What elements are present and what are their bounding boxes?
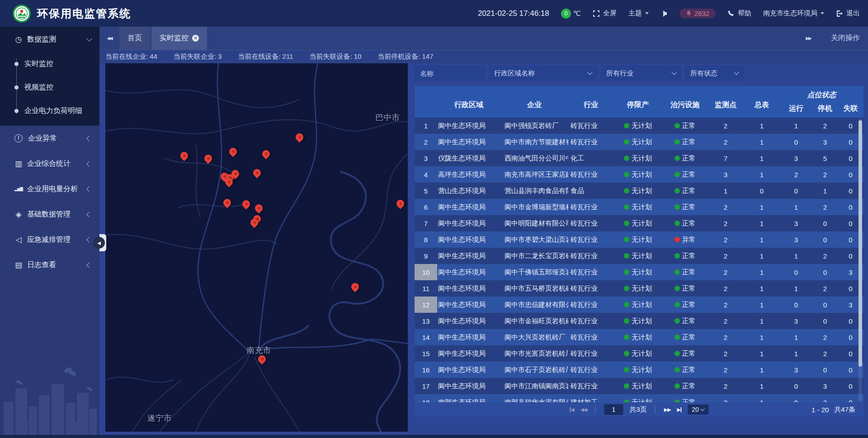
logout-button[interactable]: 退出 [836, 9, 860, 18]
table-row[interactable]: 16 阆中生态环境局 阆中市石子页岩机砖厂 砖瓦行业 无计划 正常 2 1 3 … [415, 362, 863, 378]
page-number-input[interactable] [604, 404, 623, 415]
sidebar-collapse-button[interactable]: ◀ [99, 234, 106, 251]
org-menu[interactable]: 南充市生态环境局 [763, 9, 824, 18]
chevron-left-icon [86, 212, 92, 217]
row-number: 5 [415, 183, 437, 199]
sidebar-group-基础数据管理[interactable]: ◈基础数据管理 [0, 202, 99, 227]
sidebar-group-企业异常[interactable]: !企业异常 [0, 126, 99, 151]
cell-company: 阆中市枣碧大梁山页岩 [500, 231, 568, 248]
stat-当前停机设备: 当前停机设备:147 [377, 52, 433, 61]
cell-stop-plan: 无计划 [613, 362, 662, 378]
volume-button[interactable] [660, 10, 668, 17]
column-header-企业: 企业 [500, 86, 568, 118]
table-row[interactable]: 3 仪陇生态环境局 西南油气田分公司川中 化工 无计划 正常 7 1 3 5 0 [415, 150, 863, 166]
industry-select[interactable]: 所有行业 [601, 66, 681, 81]
cell-running: 3 [780, 231, 812, 248]
next-page-button[interactable]: ▶▶ [664, 407, 671, 413]
cell-meters: 1 [744, 231, 780, 248]
cell-running: 1 [780, 345, 812, 362]
page-size-select[interactable]: 20 [688, 405, 708, 414]
region-select[interactable]: 行政区域名称 [489, 66, 597, 81]
sidebar-group-label: 基础数据管理 [27, 210, 71, 219]
name-filter-input[interactable] [415, 66, 485, 81]
map-panel[interactable]: 巴中市南充市遂宁市 [105, 63, 408, 432]
help-button[interactable]: 帮助 [727, 9, 751, 18]
table-row[interactable]: 6 阆中生态环境局 阆中市金博瑞新型墙材 砖瓦行业 无计划 正常 2 1 1 2… [415, 199, 863, 215]
sidebar-group-数据监测[interactable]: ◷数据监测 [0, 27, 99, 52]
sidebar-group-日志查看[interactable]: ▤日志查看 [0, 252, 99, 278]
row-number: 17 [415, 378, 437, 394]
table-row[interactable]: 14 阆中生态环境局 阆中大兴页岩机砖厂 砖瓦行业 无计划 正常 2 1 1 2… [415, 329, 863, 345]
table-row[interactable]: 11 阆中生态环境局 阆中市五马桥页岩机砖 砖瓦行业 无计划 正常 2 1 1 … [415, 280, 863, 297]
column-header-治污设施: 治污设施 [662, 86, 708, 118]
tabs-scroll-right-button[interactable]: ▶▶ [798, 27, 818, 50]
sidebar-item-视频监控[interactable]: 视频监控 [0, 75, 99, 99]
row-number: 6 [415, 199, 437, 215]
table-row[interactable]: 17 阆中生态环境局 阆中市江南镇阆南页岩 砖瓦行业 无计划 正常 2 1 0 … [415, 378, 863, 394]
table-row[interactable]: 7 阆中生态环境局 阆中明阳建材有限公司 砖瓦行业 无计划 正常 2 1 3 0… [415, 215, 863, 231]
chevron-left-icon [86, 161, 92, 167]
cell-region: 营山生态环境局 [437, 183, 500, 199]
table-row[interactable]: 18 南部生态环境局 南部县瑞华水泥有限公 建材加工 无计划 正常 2 1 0 … [415, 394, 863, 402]
table-row[interactable]: 2 阆中生态环境局 阆中市南方节能建材有 砖瓦行业 无计划 正常 2 1 0 3… [415, 134, 863, 150]
row-number: 13 [415, 313, 437, 329]
column-header-总表: 总表 [744, 86, 780, 118]
status-dot-icon [624, 237, 629, 242]
status-dot-icon [624, 172, 629, 177]
row-number: 2 [415, 134, 437, 150]
cell-facility: 正常 [662, 183, 708, 199]
notification-count: 2632 [694, 9, 709, 17]
last-page-button[interactable]: ▶ [677, 407, 681, 413]
prev-page-button[interactable]: ◀◀ [580, 407, 587, 413]
sidebar-group-企业综合统计[interactable]: ▥企业综合统计 [0, 151, 99, 176]
cell-industry: 砖瓦行业 [568, 215, 613, 231]
table-row[interactable]: 8 阆中生态环境局 阆中市枣碧大梁山页岩 砖瓦行业 无计划 异常 2 1 3 0… [415, 231, 863, 248]
sidebar-item-实时监控[interactable]: 实时监控 [0, 52, 99, 75]
tab-close-icon[interactable]: ✕ [192, 35, 199, 42]
cell-running: 3 [780, 362, 812, 378]
cell-stopped: 5 [812, 150, 838, 166]
collapse-arrow-icon: ◀ [93, 237, 105, 249]
cell-meters: 1 [744, 394, 780, 402]
sidebar-item-企业电力负荷明细[interactable]: 企业电力负荷明细 [0, 99, 99, 122]
cell-facility: 正常 [662, 118, 708, 134]
tab-首页[interactable]: 首页 [119, 27, 150, 50]
status-dot-icon [675, 383, 680, 389]
status-dot-icon [675, 367, 680, 372]
bullet-dot-icon [14, 85, 19, 89]
cell-company: 阆中大兴页岩机砖厂 [500, 329, 568, 345]
fullscreen-button[interactable]: 全屏 [593, 9, 617, 18]
table-row[interactable]: 12 阆中生态环境局 阆中市忠信建材有限公 砖瓦行业 无计划 正常 2 1 0 … [415, 297, 863, 313]
table-row[interactable]: 15 阆中生态环境局 阆中市光富页岩机砖厂 砖瓦行业 无计划 正常 2 1 1 … [415, 345, 863, 362]
cell-stopped: 0 [812, 264, 838, 280]
sidebar: ◷数据监测实时监控视频监控企业电力负荷明细!企业异常▥企业综合统计▂▅▇企业用电… [0, 27, 99, 438]
table-row[interactable]: 5 营山生态环境局 营山县润丰肉食品有限 食品 无计划 正常 1 0 0 1 0 [415, 183, 863, 199]
cell-meters: 1 [744, 215, 780, 231]
temperature-indicator: 0 ℃ [561, 9, 581, 19]
datetime-label: 2021-02-25 17:46:18 [478, 9, 549, 18]
notification-badge[interactable]: 2632 [679, 9, 716, 18]
table-row[interactable]: 9 阆中生态环境局 阆中市二龙长宝页岩砖 砖瓦行业 无计划 正常 2 1 1 2… [415, 248, 863, 264]
cell-points: 2 [708, 394, 744, 402]
close-operations-button[interactable]: 关闭操作 [831, 27, 860, 50]
status-dot-icon [624, 286, 629, 291]
sidebar-group-企业用电量分析[interactable]: ▂▅▇企业用电量分析 [0, 176, 99, 202]
theme-button[interactable]: 主题 [628, 9, 649, 18]
table-row[interactable]: 13 阆中生态环境局 阆中市金福旺页岩机砖 砖瓦行业 无计划 正常 2 1 3 … [415, 313, 863, 329]
table-row[interactable]: 10 阆中生态环境局 阆中千佛镇五郎垭页岩 砖瓦行业 无计划 正常 2 1 0 … [415, 264, 863, 280]
record-range-label: 1 - 20 [811, 406, 829, 414]
status-select[interactable]: 所有状态 [685, 66, 744, 81]
cell-points: 2 [708, 297, 744, 313]
sidebar-group-应急减排管理[interactable]: ◁应急减排管理 [0, 227, 99, 252]
scrollbar-thumb[interactable] [859, 120, 862, 367]
cell-running: 0 [780, 183, 812, 199]
stat-当前在线企业: 当前在线企业:44 [105, 52, 157, 61]
status-dot-icon [675, 221, 680, 226]
cell-region: 阆中生态环境局 [437, 231, 500, 248]
tabs-scroll-left-button[interactable]: ◀◀ [99, 27, 119, 50]
table-row[interactable]: 4 高坪生态环境局 南充市高坪区王家店建 砖瓦行业 无计划 正常 3 1 2 2… [415, 166, 863, 183]
cell-region: 南部生态环境局 [437, 394, 500, 402]
first-page-button[interactable]: ◀ [570, 407, 574, 413]
tab-实时监控[interactable]: 实时监控✕ [151, 27, 207, 50]
table-row[interactable]: 1 阆中生态环境局 阆中强锐页岩砖厂 砖瓦行业 无计划 正常 2 1 1 2 0 [415, 118, 863, 134]
